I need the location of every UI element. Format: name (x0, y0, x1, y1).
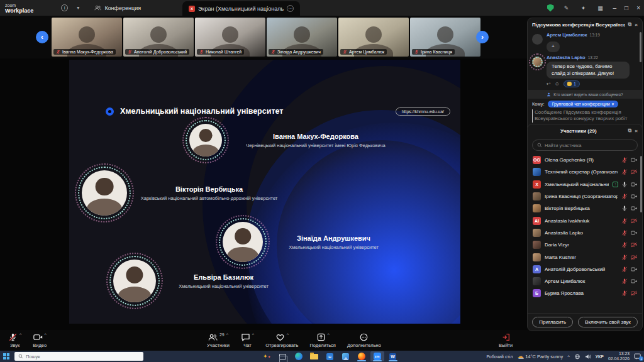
strip-prev-button[interactable]: ‹ (36, 31, 48, 43)
participants-button[interactable]: 29 ^ Участники (201, 333, 235, 348)
search-highlights-icon[interactable]: ✦✦ (263, 353, 271, 359)
audio-options-caret[interactable]: ^ (19, 332, 21, 337)
react-button[interactable]: ^ Отреагировать (260, 333, 304, 348)
info-icon[interactable]: i (61, 4, 68, 11)
ai-companion-icon[interactable]: ✦ (579, 4, 588, 13)
network-icon[interactable] (574, 354, 580, 359)
leave-button[interactable]: Выйти (493, 333, 518, 348)
audio-button[interactable]: ^ Звук (3, 333, 27, 348)
participants-options-caret[interactable]: ^ (226, 332, 228, 337)
share-options-caret[interactable]: ^ (328, 332, 330, 337)
video-thumbnail[interactable]: Анатолій Добровольський (123, 18, 194, 57)
message-bubble: + (547, 41, 560, 52)
participant-row[interactable]: X Хмельницький національний уні… ↑ (530, 178, 640, 190)
unmute-button[interactable]: Включить свой звук (578, 317, 638, 327)
word-app-button[interactable]: W (386, 351, 400, 361)
chat-input[interactable]: Сообщение Підсумкова конференція Всеукра… (532, 109, 638, 123)
popout-icon[interactable]: ⧉ (628, 128, 632, 134)
edge-app-button[interactable] (292, 351, 306, 361)
reaction-count: 1 (574, 82, 576, 86)
reaction-chip[interactable]: 1 (564, 80, 580, 87)
video-thumbnail[interactable]: Артем Цимбалюк (338, 18, 409, 57)
participant-avatar: AI (533, 217, 541, 225)
participant-row[interactable]: А Анатолій Добровольський ↑ (530, 263, 640, 275)
participant-search[interactable] (532, 140, 638, 151)
tab-screen-label: Экран (Хмельницький національ (198, 6, 284, 12)
close-button[interactable]: × (636, 4, 640, 11)
camera-icon (33, 333, 43, 341)
annotate-pencil-icon[interactable]: ✎ (562, 4, 571, 13)
participant-search-input[interactable] (545, 143, 626, 148)
tab-options-icon[interactable]: ⋯ (287, 5, 294, 12)
taskbar-search-input[interactable] (26, 354, 120, 359)
start-button[interactable] (0, 351, 13, 362)
participant-row[interactable]: Daria Vizyr ↑ (530, 239, 640, 251)
chat-button[interactable]: ^ Чат (235, 333, 260, 348)
participant-row[interactable]: Anastasiia Lapko ↑ (530, 227, 640, 239)
clock[interactable]: 13:23 02.04.2026 (608, 351, 630, 361)
more-button[interactable]: Дополнительно (341, 333, 387, 348)
taskbar-search[interactable] (14, 352, 143, 361)
reply-icon[interactable]: ↩ (547, 81, 551, 87)
camera-icon (631, 206, 637, 211)
tab-screen-share[interactable]: X Экран (Хмельницький національ ⋯ (182, 1, 300, 16)
photos-app-button[interactable] (339, 351, 353, 361)
chat-options-caret[interactable]: ^ (252, 332, 254, 337)
strip-next-button[interactable]: › (476, 31, 489, 43)
notification-center-button[interactable]: 1 (634, 353, 641, 359)
task-view-button[interactable] (276, 351, 290, 361)
meeting-toolbar: ^ Звук ^ Видео 29 ^ Участники (0, 330, 644, 351)
video-thumbnail[interactable]: Ірина Квасниця (410, 18, 480, 57)
chat-message[interactable]: Anastasiia Lapko13:22 Тепер все чудово, … (532, 55, 638, 88)
invite-button[interactable]: Пригласить (532, 317, 573, 327)
participant-row[interactable]: Marta Kushnir ↑ (530, 251, 640, 263)
participant-avatar: X (533, 180, 541, 189)
participant-row[interactable]: Ірина Квасниця (Соорганизатор) ↑ (530, 190, 640, 202)
chevron-down-icon[interactable]: ▾ (77, 5, 79, 11)
participant-row[interactable]: Технічний секретар (Организатор) ↑ (530, 166, 640, 178)
university-logo-dot (106, 107, 114, 116)
volume-icon[interactable] (585, 354, 591, 359)
participants-scrollbar[interactable] (640, 156, 642, 212)
close-icon[interactable]: × (635, 22, 638, 28)
chat-scrollbar[interactable] (640, 32, 641, 62)
video-button[interactable]: ^ Видео (27, 333, 52, 348)
participant-row[interactable]: Б Бурма Ярослава ↑ (530, 287, 640, 299)
video-thumbnail[interactable]: Іванна Макух-Федоркова (52, 18, 122, 57)
close-icon[interactable]: × (635, 128, 638, 134)
apps-grid-icon[interactable]: ▦ (596, 4, 605, 13)
participant-row[interactable]: Вікторія Вербицька ↑ (530, 202, 640, 214)
chat-message[interactable]: Артем Цимбалюк13:19 + (532, 32, 638, 52)
popout-icon[interactable]: ⧉ (628, 21, 632, 28)
security-shield-icon[interactable] (547, 4, 554, 12)
react-options-caret[interactable]: ^ (287, 332, 289, 337)
mic-icon (621, 169, 628, 175)
store-app-button[interactable]: ⊞ (323, 351, 337, 361)
file-explorer-button[interactable] (308, 351, 321, 361)
tray-expand-icon[interactable]: ^ (567, 354, 569, 359)
participant-row[interactable]: OG Olena Gapchenko (Я) ↑ (530, 154, 640, 166)
video-thumbnail[interactable]: Николай Штангей (195, 18, 265, 57)
firefox-app-button[interactable] (355, 351, 369, 361)
mic-icon (621, 194, 628, 199)
maximize-button[interactable]: □ (625, 4, 628, 11)
share-screen-button[interactable]: ^ Поделиться (304, 333, 341, 348)
language-indicator[interactable]: УКР (596, 354, 604, 359)
message-author: Anastasiia Lapko (547, 55, 586, 60)
chat-privacy-note[interactable]: Кто может видеть ваши сообщения? (528, 90, 642, 99)
participant-row[interactable]: Артем Цимбалюк ↑ (530, 275, 640, 287)
tab-meeting[interactable]: Конференция (88, 0, 147, 16)
video-options-caret[interactable]: ^ (45, 332, 47, 337)
mic-icon (621, 206, 628, 211)
zoom-app-button[interactable]: zm (370, 351, 384, 361)
weather-widget[interactable]: ☁ 14°C Partly sunny (517, 353, 563, 359)
participant-name-tag: Іванна Макух-Федоркова (53, 49, 116, 55)
recipient-selector[interactable]: Групповой чат конференции▾ (548, 101, 619, 107)
add-reaction-icon[interactable]: ☺ (555, 81, 560, 87)
participant-avatar (533, 253, 541, 261)
participant-row[interactable]: AI Anastasia Ivakhniuk ↑ (530, 214, 640, 226)
mic-muted-icon (199, 50, 204, 54)
minimize-button[interactable]: – (613, 4, 617, 11)
desktop-label[interactable]: Робочий стіл (486, 354, 513, 359)
video-thumbnail[interactable]: Зінаіда Андрушкевич (267, 18, 337, 57)
